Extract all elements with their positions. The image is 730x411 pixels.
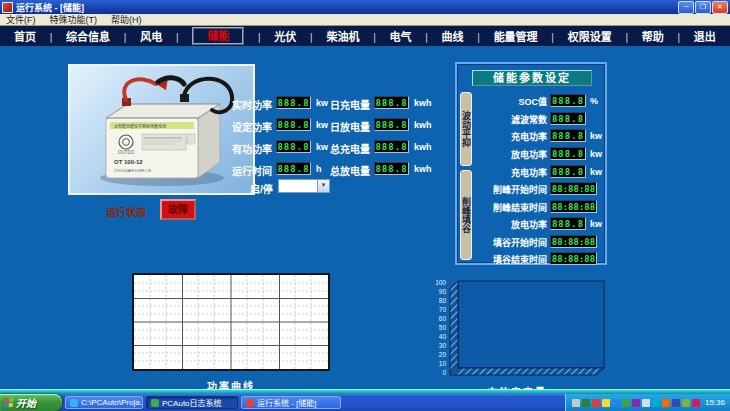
nav-item-overview[interactable]: 综合信息 (66, 28, 110, 44)
fluct-discharge-power-value[interactable]: 888.8 (550, 147, 586, 160)
nav-item-exit[interactable]: 退出 (694, 28, 716, 44)
menu-help[interactable]: 帮助(H) (111, 13, 142, 26)
tray-icon[interactable] (642, 399, 650, 407)
start-stop-dropdown[interactable]: ▼ (278, 179, 330, 193)
nav-item-energy-mgmt[interactable]: 能量管理 (494, 28, 538, 44)
taskbar-task-log-system[interactable]: PCAuto日志系统 (146, 396, 238, 409)
daily-discharge-unit: kwh (414, 120, 432, 130)
tray-icon[interactable] (682, 399, 690, 407)
daily-charge-label: 日充电量 (326, 97, 370, 112)
nav-separator (625, 27, 628, 45)
peak-start-time-value[interactable]: 88:88:88 (550, 182, 597, 195)
total-charge-unit: kwh (414, 142, 432, 152)
soc-unit: % (590, 96, 598, 106)
total-charge-value: 888.8 (374, 140, 409, 153)
daily-discharge-value: 888.8 (374, 118, 409, 131)
peak-end-time-value[interactable]: 88:88:88 (550, 200, 597, 213)
bar-chart-frame (448, 278, 608, 380)
total-discharge-label: 总放电量 (326, 163, 370, 178)
nav-item-wind[interactable]: 风电 (140, 28, 162, 44)
soc-value[interactable]: 888.8 (550, 94, 586, 107)
nav-separator (258, 27, 261, 45)
peak-discharge-power-value[interactable]: 888.8 (550, 217, 586, 230)
menu-special-functions[interactable]: 特殊功能(T) (50, 13, 98, 26)
tray-icon[interactable] (662, 399, 670, 407)
svg-text:太阳能风能信号系统用蓄电池: 太阳能风能信号系统用蓄电池 (114, 123, 166, 129)
nav-separator (678, 27, 681, 45)
chevron-down-icon[interactable]: ▼ (317, 180, 329, 192)
start-button-label: 开始 (16, 395, 36, 410)
fluct-charge-power-label: 充电功率 (465, 130, 547, 143)
svg-text:12V100AH/10HR CE: 12V100AH/10HR CE (114, 168, 152, 173)
valley-start-time-label: 填谷开始时间 (465, 236, 547, 249)
tray-icon[interactable] (632, 399, 640, 407)
tray-icon[interactable] (622, 399, 630, 407)
set-power-label: 设定功率 (228, 119, 272, 134)
minimize-button[interactable]: ─ (678, 1, 694, 14)
fluct-charge-power-value[interactable]: 888.8 (550, 129, 586, 142)
nav-item-curves[interactable]: 曲线 (442, 28, 464, 44)
valley-start-time-value[interactable]: 88:88:88 (550, 235, 597, 248)
window-title: 运行系统 - [储能] (16, 1, 677, 14)
active-power-label: 有功功率 (228, 141, 272, 156)
taskbar-task-explorer[interactable]: C:\PCAuto\Proja... (65, 396, 143, 409)
nav-item-electrical[interactable]: 电气 (389, 28, 411, 44)
nav-item-home[interactable]: 首页 (14, 28, 36, 44)
peak-discharge-power-label: 放电功率 (465, 218, 547, 231)
svg-text:OUTDO: OUTDO (118, 150, 135, 155)
filter-constant-value[interactable]: 888.8 (550, 112, 586, 125)
filter-constant-label: 滤波常数 (465, 113, 547, 126)
valley-end-time-label: 填谷结束时间 (465, 253, 547, 266)
taskbar: 开始 C:\PCAuto\Proja... PCAuto日志系统 运行系统 - … (0, 394, 730, 411)
total-discharge-unit: kwh (414, 164, 432, 174)
realtime-power-value: 888.8 (276, 96, 311, 109)
tray-icon[interactable] (672, 399, 680, 407)
nav-separator (373, 27, 376, 45)
peak-charge-power-label: 充电功率 (465, 166, 547, 179)
run-status-indicator: 故障 (160, 199, 196, 220)
nav-item-help[interactable]: 帮助 (642, 28, 664, 44)
tray-icon[interactable] (652, 399, 660, 407)
menu-bar: 文件(F) 特殊功能(T) 帮助(H) (0, 14, 730, 26)
log-system-icon (151, 399, 159, 407)
run-time-unit: h (316, 164, 322, 174)
close-button[interactable]: ✕ (712, 1, 728, 14)
restore-button[interactable]: ❐ (695, 1, 711, 14)
explorer-icon (70, 399, 78, 407)
nav-separator (551, 27, 554, 45)
start-button[interactable]: 开始 (0, 394, 62, 411)
tray-icon[interactable] (612, 399, 620, 407)
soc-label: SOC值 (465, 95, 547, 108)
tray-clock[interactable]: 15:36 (705, 398, 725, 407)
nav-item-permissions[interactable]: 权限设置 (568, 28, 612, 44)
tray-icon[interactable] (602, 399, 610, 407)
menu-file[interactable]: 文件(F) (6, 13, 36, 26)
daily-charge-unit: kwh (414, 98, 432, 108)
total-charge-label: 总充电量 (326, 141, 370, 156)
windows-logo-icon (4, 398, 14, 407)
peak-end-time-label: 削峰结束时间 (465, 201, 547, 214)
start-stop-label: 启/停 (250, 181, 273, 196)
run-status-label: 运行状态 (106, 204, 146, 219)
nav-separator (310, 27, 313, 45)
nav-item-pv[interactable]: 光伏 (274, 28, 296, 44)
nav-item-storage[interactable]: 储能 (192, 27, 244, 45)
battery-image: 太阳能风能信号系统用蓄电池 OUTDO OT 100-12 12V100AH/1… (70, 66, 253, 193)
tray-icon[interactable] (692, 399, 700, 407)
taskbar-task-run-system[interactable]: 运行系统 - [储能] (241, 396, 341, 409)
nav-separator (477, 27, 480, 45)
tray-icon[interactable] (582, 399, 590, 407)
storage-params-panel: 储能参数设定 波动平抑 削峰填谷 SOC值 888.8 % 滤波常数 888.8… (455, 62, 607, 265)
peak-charge-power-value[interactable]: 888.8 (550, 165, 586, 178)
valley-end-time-value[interactable]: 88:88:88 (550, 252, 597, 265)
tray-icon[interactable] (572, 399, 580, 407)
y-axis-ticks: 10090 8070 6050 4030 2010 0 (424, 279, 446, 376)
peak-start-time-label: 削峰开始时间 (465, 183, 547, 196)
tray-icon[interactable] (592, 399, 600, 407)
nav-item-diesel[interactable]: 柴油机 (326, 28, 359, 44)
storage-params-title: 储能参数设定 (472, 70, 592, 86)
app-icon (2, 2, 13, 13)
peak-charge-power-unit: kw (590, 167, 602, 177)
nav-separator (425, 27, 428, 45)
daily-charge-value: 888.8 (374, 96, 409, 109)
